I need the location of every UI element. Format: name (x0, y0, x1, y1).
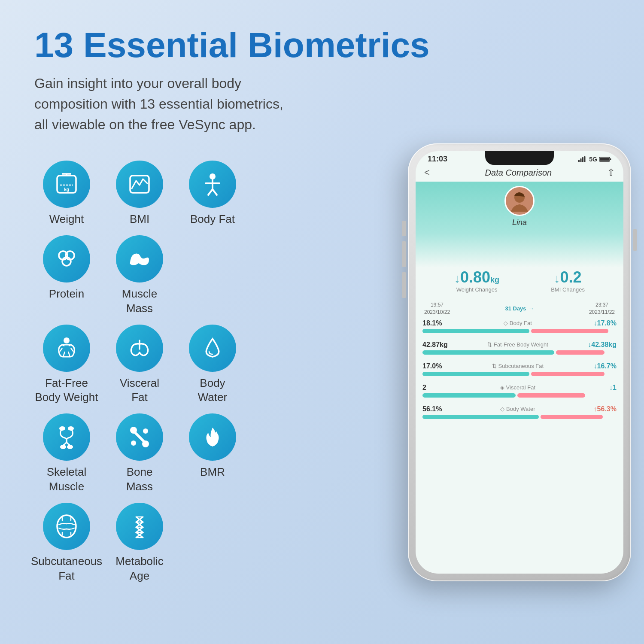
date-range-bar: 19:57 2023/10/22 31 Days → 23:37 2023/11… (416, 298, 623, 319)
subcutaneous-bar-green (422, 372, 529, 376)
body-fat-right: ↓17.8% (594, 319, 617, 327)
weight-icon-circle: kg (43, 161, 90, 208)
share-button[interactable]: ⇧ (607, 167, 615, 178)
body-fat-bar-pink (531, 329, 609, 333)
svg-line-9 (208, 189, 213, 195)
visceral-bar-green (422, 393, 516, 398)
icon-row-4: SkeletalMuscle BoneMass (34, 413, 266, 494)
svg-rect-44 (610, 158, 611, 160)
status-time: 11:03 (428, 155, 447, 164)
weight-change-value: ↓↓0.800.80kg (454, 268, 499, 286)
icon-item-metabolicage: MetabolicAge (107, 503, 172, 583)
svg-point-26 (142, 440, 149, 447)
icon-row-1: kg Weight BMI (34, 161, 266, 227)
bodywater-row: 56.1% ◇ Body Water ↑56.3% (422, 405, 617, 419)
scale-icon: kg (54, 171, 79, 197)
network-type: 5G (589, 156, 597, 163)
skeletal-icon (54, 424, 79, 450)
subcutaneous-right: ↓16.7% (594, 362, 617, 370)
svg-point-22 (68, 426, 74, 431)
weight-arrow: ↓ (454, 272, 460, 285)
protein-icon (54, 246, 79, 272)
weight-label: Weight (49, 212, 84, 227)
icon-row-3: Fat-FreeBody Weight VisceralFat (34, 325, 266, 405)
icon-item-bodywater: BodyWater (180, 325, 245, 405)
bodywater-left: 56.1% (422, 405, 442, 413)
icon-item-visceralfat: VisceralFat (107, 325, 172, 405)
subcutaneous-bar-pink (531, 372, 605, 376)
subcutaneous-center: ⇅ Subcutaneous Fat (492, 363, 544, 369)
fatfree-icon-circle (43, 325, 90, 372)
date-to: 23:37 2023/11/22 (589, 301, 615, 316)
skeletal-icon-circle (43, 413, 90, 461)
date-from: 19:57 2023/10/22 (424, 301, 450, 316)
bodywater-right: ↑56.3% (594, 405, 617, 413)
hero-section: Lina (416, 182, 623, 267)
fatfree-bars (422, 350, 617, 355)
phone-notch (485, 151, 554, 165)
icon-item-fatfree: Fat-FreeBody Weight (34, 325, 99, 405)
content-row: kg Weight BMI (34, 161, 618, 611)
weight-change-metric: ↓↓0.800.80kg Weight Changes (454, 268, 499, 293)
musclemass-icon-circle (116, 235, 163, 283)
body-icon (200, 171, 225, 197)
phone-section: 11:03 5G (283, 161, 618, 611)
svg-line-15 (60, 348, 62, 352)
volume-mute-button (402, 221, 406, 236)
subcutaneous-row: 17.0% ⇅ Subcutaneous Fat ↓16.7% (422, 362, 617, 376)
svg-line-10 (213, 189, 217, 195)
svg-text:kg: kg (64, 187, 69, 192)
fatfree-icon (54, 335, 79, 361)
icon-item-weight: kg Weight (34, 161, 99, 227)
svg-point-6 (210, 173, 216, 179)
protein-label: Protein (49, 287, 84, 301)
svg-point-21 (59, 426, 65, 431)
icon-item-bodyfat: Body Fat (180, 161, 245, 227)
body-fat-bars (422, 329, 617, 333)
svg-point-28 (131, 440, 136, 446)
phone-outer: 11:03 5G (408, 143, 631, 581)
back-button[interactable]: < (424, 167, 430, 178)
volume-up-button (402, 241, 406, 267)
svg-point-14 (64, 337, 70, 343)
visceral-left: 2 (422, 384, 426, 392)
icon-item-skeletal: SkeletalMuscle (34, 413, 99, 494)
bmi-change-label: BMI Changes (551, 286, 585, 293)
phone-side-buttons (633, 229, 637, 251)
muscle-icon (127, 246, 152, 272)
screen-title: Data Comparison (485, 168, 552, 178)
user-name: Lina (512, 218, 527, 227)
battery-icon (599, 156, 611, 162)
bmi-change-value: ↓0.2 (551, 268, 585, 286)
fatfree-right: ↓42.38kg (588, 341, 617, 349)
musclemass-label: Muscle Mass (107, 287, 172, 316)
bmr-icon-circle (189, 413, 236, 461)
data-rows: 18.1% ◇ Body Fat ↓17.8% (416, 319, 623, 419)
bonemass-label: BoneMass (126, 465, 153, 494)
power-button (633, 229, 637, 251)
bmi-label: BMI (130, 212, 149, 227)
bodywater-label: BodyWater (198, 376, 227, 405)
bodywater-icon-circle (189, 325, 236, 372)
visceralfat-icon-circle (116, 325, 163, 372)
waist-icon (54, 513, 79, 539)
bodyfat-label: Body Fat (190, 212, 235, 227)
subcutaneous-left: 17.0% (422, 362, 442, 370)
page-headline: 13 Essential Biometrics (34, 26, 618, 64)
fatfree-center: ⇅ Fat-Free Body Weight (487, 341, 548, 348)
bodywater-center: ◇ Body Water (500, 406, 535, 412)
icon-item-bmi: BMI (107, 161, 172, 227)
date-range-label: 31 Days → (505, 305, 534, 312)
weight-change-label: Weight Changes (454, 286, 499, 293)
metrics-summary-row: ↓↓0.800.80kg Weight Changes ↓0.2 BMI Cha… (416, 263, 623, 298)
svg-point-24 (67, 445, 73, 449)
subcutaneous-icon-circle (43, 503, 90, 550)
subcutaneous-bars (422, 372, 617, 376)
volume-down-button (402, 272, 406, 298)
bmi-icon-circle (116, 161, 163, 208)
bodyfat-icon-circle (189, 161, 236, 208)
phone-left-buttons (402, 221, 406, 298)
avatar-image (507, 188, 532, 214)
svg-line-20 (68, 352, 70, 357)
fatfree-label: Fat-FreeBody Weight (35, 376, 98, 405)
